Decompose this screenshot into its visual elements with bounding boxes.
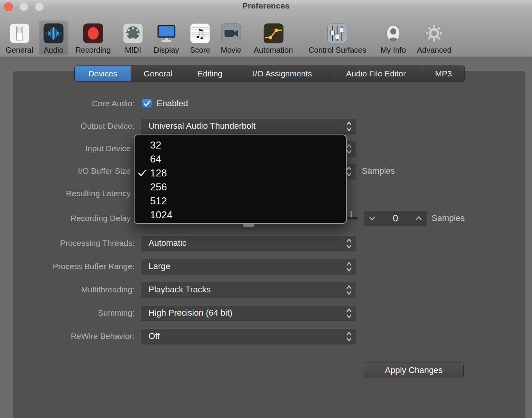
toolbar-item-label: Score xyxy=(190,46,210,55)
preferences-window: Preferences General xyxy=(0,0,532,418)
output-device-popup[interactable]: Universal Audio Thunderbolt xyxy=(140,118,357,134)
toolbar-item-label: MIDI xyxy=(125,46,141,55)
menu-item-label: 64 xyxy=(150,153,161,165)
faders-icon xyxy=(326,22,348,44)
window-title: Preferences xyxy=(0,1,532,10)
monitor-icon xyxy=(155,22,177,44)
io-buffer-samples-unit: Samples xyxy=(362,163,395,179)
rewire-behavior-label: ReWire Behavior: xyxy=(0,328,135,344)
multithreading-value: Playback Tracks xyxy=(149,285,211,295)
menu-item-512[interactable]: 512 xyxy=(135,194,346,208)
toolbar-item-automation[interactable]: Automation xyxy=(250,21,297,55)
tab-mp3[interactable]: MP3 xyxy=(422,66,465,81)
recording-delay-slider-tick xyxy=(351,211,352,218)
checkmark-icon xyxy=(138,169,147,177)
toolbar-item-midi[interactable]: MIDI xyxy=(118,21,148,55)
toolbar: Preferences General xyxy=(0,0,532,57)
toolbar-item-label: My Info xyxy=(380,46,406,55)
menu-item-label: 32 xyxy=(150,139,161,151)
processing-threads-popup[interactable]: Automatic xyxy=(140,235,357,251)
toolbar-item-label: Display xyxy=(154,46,179,55)
recording-delay-stepper: 0 xyxy=(363,211,428,226)
video-camera-icon xyxy=(220,22,242,44)
core-audio-label: Core Audio: xyxy=(0,96,135,111)
toolbar-item-movie[interactable]: Movie xyxy=(216,21,246,55)
popup-chevrons-icon xyxy=(345,307,352,319)
recording-delay-slider-track xyxy=(345,217,358,219)
core-audio-enabled-label: Enabled xyxy=(157,96,188,111)
menu-item-64[interactable]: 64 xyxy=(135,152,346,166)
toolbar-item-my-info[interactable]: My Info xyxy=(377,21,410,55)
menu-item-128[interactable]: 128 xyxy=(135,166,346,180)
toolbar-item-general[interactable]: General xyxy=(2,21,37,55)
rewire-behavior-popup[interactable]: Off xyxy=(140,328,357,344)
recording-delay-label: Recording Delay xyxy=(0,211,131,226)
toolbar-item-display[interactable]: Display xyxy=(150,21,183,55)
summing-popup[interactable]: High Precision (64 bit) xyxy=(140,305,357,321)
midi-connector-icon xyxy=(122,22,144,44)
recording-delay-samples-unit: Samples xyxy=(432,211,465,226)
multithreading-label: Multithreading: xyxy=(0,282,135,297)
summing-value: High Precision (64 bit) xyxy=(149,308,232,318)
toolbar-item-label: General xyxy=(5,46,33,55)
processing-threads-label: Processing Threads: xyxy=(0,235,135,251)
menu-item-1024[interactable]: 1024 xyxy=(135,208,346,222)
audio-waveform-icon xyxy=(43,22,64,44)
io-buffer-size-label: I/O Buffer Size xyxy=(0,163,131,179)
popup-chevrons-icon xyxy=(345,238,352,249)
svg-text:♫: ♫ xyxy=(194,26,206,41)
recording-delay-value: 0 xyxy=(393,213,398,224)
popup-chevrons-icon xyxy=(345,121,352,132)
toolbar-item-label: Audio xyxy=(43,46,63,55)
output-device-label: Output Device: xyxy=(0,118,135,134)
multithreading-popup[interactable]: Playback Tracks xyxy=(140,282,357,297)
toolbar-item-recording[interactable]: Recording xyxy=(71,21,114,55)
toolbar-item-advanced[interactable]: Advanced xyxy=(413,21,456,55)
popup-chevrons-icon xyxy=(345,331,352,342)
resulting-latency-label: Resulting Latency xyxy=(0,186,131,201)
menu-item-256[interactable]: 256 xyxy=(135,180,346,194)
tab-general[interactable]: General xyxy=(131,66,185,81)
gear-icon xyxy=(423,22,445,44)
output-device-value: Universal Audio Thunderbolt xyxy=(149,121,256,131)
toolbar-item-label: Recording xyxy=(75,46,111,55)
toolbar-item-control-surfaces[interactable]: Control Surfaces xyxy=(305,21,370,55)
popup-chevrons-icon xyxy=(345,284,352,296)
core-audio-checkbox[interactable] xyxy=(142,98,152,109)
process-buffer-range-label: Process Buffer Range: xyxy=(0,259,135,274)
light-switch-icon xyxy=(9,22,30,44)
automation-curve-icon xyxy=(263,22,284,44)
menu-item-label: 128 xyxy=(150,167,167,179)
process-buffer-range-popup[interactable]: Large xyxy=(140,259,357,274)
toolbar-item-audio[interactable]: Audio xyxy=(39,21,68,55)
apply-changes-button[interactable]: Apply Changes xyxy=(364,363,464,378)
menu-item-32[interactable]: 32 xyxy=(135,138,346,152)
menu-item-label: 512 xyxy=(150,195,167,207)
stepper-increment-icon[interactable] xyxy=(415,216,423,221)
checkmark-icon xyxy=(142,99,152,108)
toolbar-item-label: Control Surfaces xyxy=(309,46,366,55)
processing-threads-value: Automatic xyxy=(149,238,187,248)
io-buffer-size-menu: 32 64 128 256 512 1024 xyxy=(134,135,347,224)
stepper-decrement-icon[interactable] xyxy=(368,216,376,221)
person-silhouette-icon xyxy=(382,22,404,44)
toolbar-item-label: Automation xyxy=(254,46,293,55)
music-note-icon: ♫ xyxy=(189,22,211,44)
popup-chevrons-icon xyxy=(345,261,352,273)
menu-item-label: 256 xyxy=(150,181,167,193)
tab-audio-file-editor[interactable]: Audio File Editor xyxy=(330,66,422,81)
summing-label: Summing: xyxy=(0,305,135,321)
toolbar-item-label: Movie xyxy=(221,46,241,55)
record-dot-icon xyxy=(82,22,104,44)
tab-editing[interactable]: Editing xyxy=(185,66,235,81)
process-buffer-range-value: Large xyxy=(149,261,170,271)
tab-bar: Devices General Editing I/O Assignments … xyxy=(74,66,465,81)
tab-devices[interactable]: Devices xyxy=(75,66,131,81)
menu-item-label: 1024 xyxy=(150,209,173,221)
rewire-behavior-value: Off xyxy=(149,331,160,341)
tab-io-assignments[interactable]: I/O Assignments xyxy=(235,66,330,81)
toolbar-item-score[interactable]: ♫ Score xyxy=(185,21,215,55)
input-device-label: Input Device xyxy=(0,141,131,156)
toolbar-item-label: Advanced xyxy=(417,46,452,55)
